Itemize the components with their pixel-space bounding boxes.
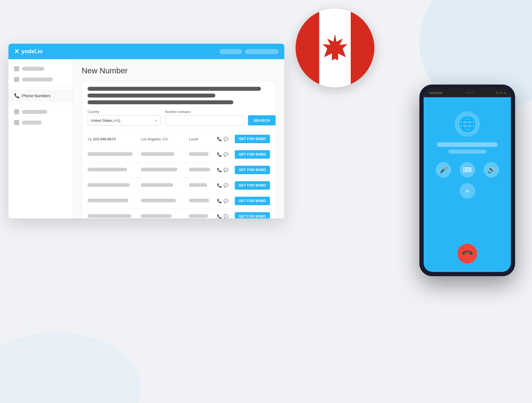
sms-icon: 💬 [223, 183, 228, 188]
phone-number-ph [88, 214, 138, 218]
placeholder-bar [88, 152, 133, 156]
get-number-button[interactable]: GET FOR $5/MO [235, 197, 270, 205]
get-number-button[interactable]: GET FOR $5/MO [235, 212, 270, 218]
placeholder-bar [189, 152, 209, 156]
end-call-button[interactable]: 📞 [457, 244, 477, 264]
placeholder-bar [189, 183, 207, 187]
phone-screen: 🌐 🎤 ⌨ 🔊 + 📞 [424, 89, 511, 272]
search-button[interactable]: SEARCH [248, 115, 276, 125]
maple-leaf-icon [319, 32, 350, 63]
sidebar-item-1[interactable] [8, 63, 73, 74]
number-contains-input[interactable] [165, 115, 244, 125]
phone-location-ph [141, 199, 186, 203]
sms-icon: 💬 [223, 168, 228, 172]
get-number-action: GET FOR $5/MO [235, 135, 270, 143]
phone-capabilities: 📞 💬 [217, 137, 232, 141]
voice-icon: 📞 [217, 137, 222, 141]
phone-location-ph [141, 168, 186, 172]
phone-number-ph [88, 183, 138, 188]
phone-type-ph [189, 152, 214, 157]
phone-status-bar [424, 89, 511, 97]
voice-icon: 📞 [217, 183, 222, 188]
phone-capabilities-ph: 📞 💬 [217, 214, 232, 218]
notch-dot-1 [496, 92, 499, 94]
placeholder-bar [189, 214, 208, 218]
keypad-button[interactable]: ⌨ [460, 162, 475, 178]
country-form-group: Country United States (+1) ▼ [88, 110, 161, 125]
sidebar-label-4 [22, 121, 42, 125]
sms-icon: 💬 [223, 152, 228, 157]
phone-location-ph [141, 152, 186, 157]
get-number-button[interactable]: GET FOR $5/MO [235, 181, 270, 190]
sms-icon: 💬 [223, 199, 228, 203]
phone-app-content: 🌐 🎤 ⌨ 🔊 + 📞 [424, 97, 511, 272]
phone-type-ph [189, 168, 214, 172]
add-call-button[interactable]: + [460, 183, 475, 199]
placeholder-bar [141, 214, 172, 218]
speaker-button[interactable]: 🔊 [484, 162, 499, 178]
number-contains-form-group: Number contains [165, 110, 244, 125]
phone-capabilities-ph: 📞 💬 [217, 152, 232, 157]
end-call-icon: 📞 [461, 247, 474, 260]
placeholder-bar [141, 152, 175, 156]
main-content: New Number Country United States (+1) ▼ [73, 59, 284, 218]
phone-info-bar-1 [437, 142, 498, 147]
table-row: +1 323-948-8879 Los Angeles, CA Local 📞 … [88, 131, 270, 147]
placeholder-bar [141, 183, 173, 187]
get-number-action: GET FOR $5/MO [235, 181, 270, 190]
placeholder-bar [141, 168, 177, 171]
placeholder-bar [189, 199, 209, 202]
plus-icon: + [465, 187, 469, 195]
globe-circle: 🌐 [455, 111, 480, 137]
desc-line-1 [88, 87, 261, 91]
placeholder-bar [189, 168, 210, 171]
description-lines [88, 87, 270, 104]
country-select-value: United States (+1) [91, 118, 120, 123]
sidebar-item-2[interactable] [8, 74, 73, 85]
get-number-button[interactable]: GET FOR $5/MO [235, 150, 270, 159]
browser-header: ✕ yodel.io [8, 44, 284, 59]
table-row: 📞 💬 GET FOR $5/MO [88, 209, 270, 218]
numbers-table: +1 323-948-8879 Los Angeles, CA Local 📞 … [88, 131, 270, 218]
voice-icon: 📞 [217, 168, 222, 172]
country-select[interactable]: United States (+1) ▼ [88, 115, 161, 125]
table-row: 📞 💬 GET FOR $5/MO [88, 162, 270, 178]
sidebar-label-3 [22, 110, 47, 114]
phone-location-ph [141, 183, 186, 188]
globe-icon: 🌐 [459, 116, 476, 132]
voice-icon: 📞 [217, 152, 222, 157]
phone-type: Local [189, 137, 214, 141]
phone-location: Los Angeles, CA [141, 137, 186, 141]
mute-button[interactable]: 🎤 [436, 162, 451, 178]
phone-location-ph [141, 214, 186, 218]
phone-numbers-label: Phone Numbers [22, 94, 50, 98]
phone-capabilities-ph: 📞 💬 [217, 183, 232, 188]
voice-icon: 📞 [217, 199, 222, 203]
chevron-down-icon: ▼ [155, 119, 158, 122]
placeholder-bar [141, 199, 176, 202]
get-number-button[interactable]: GET FOR $5/MO [235, 166, 270, 174]
canada-flag [296, 8, 374, 87]
sidebar-item-4[interactable] [8, 117, 73, 128]
placeholder-bar [88, 168, 127, 171]
phone-capabilities-ph: 📞 💬 [217, 199, 232, 203]
phone-numbers-icon: 📞 [14, 93, 20, 98]
get-number-button[interactable]: GET FOR $5/MO [235, 135, 270, 143]
get-number-action: GET FOR $5/MO [235, 150, 270, 159]
desc-line-3 [88, 100, 233, 104]
table-row: 📞 💬 GET FOR $5/MO [88, 147, 270, 162]
sidebar-item-phone-numbers[interactable]: 📞 Phone Numbers [8, 90, 73, 102]
header-pill-1 [220, 49, 242, 54]
placeholder-bar [88, 199, 128, 202]
country-label: Country [88, 110, 161, 114]
sidebar-label-1 [22, 67, 44, 71]
sidebar-icon-3 [14, 109, 19, 114]
voice-icon: 📞 [217, 214, 222, 218]
sidebar-item-3[interactable] [8, 107, 73, 117]
notch-right [496, 92, 506, 94]
table-row: 📞 💬 GET FOR $5/MO [88, 193, 270, 209]
phone-number-ph [88, 152, 138, 157]
speaker-icon: 🔊 [488, 166, 495, 174]
phone-number: +1 323-948-8879 [88, 137, 138, 141]
phone-mockup: 🌐 🎤 ⌨ 🔊 + 📞 [419, 85, 515, 276]
